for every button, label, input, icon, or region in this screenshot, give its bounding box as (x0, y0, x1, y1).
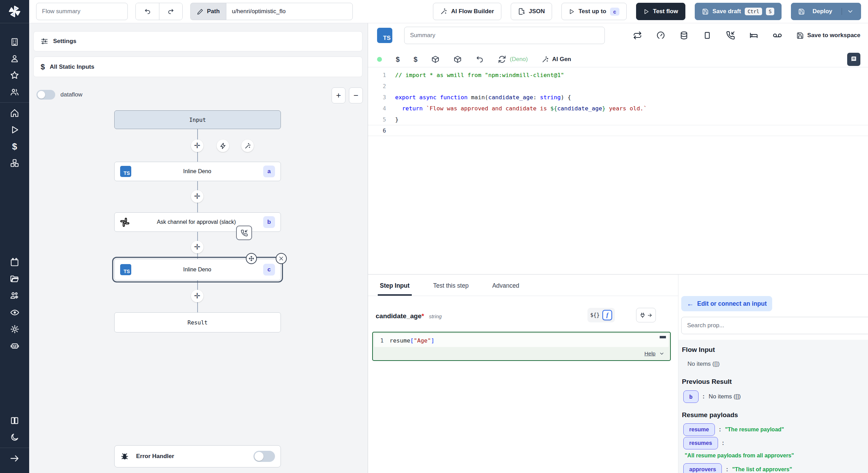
windmill-logo[interactable] (0, 0, 29, 23)
undo-button[interactable] (136, 3, 159, 20)
approvers-prop-pill[interactable]: approvers (683, 463, 722, 473)
test-up-to-button[interactable]: Test up to c (561, 3, 626, 20)
package-icon[interactable] (431, 55, 440, 64)
add-step-button-1[interactable]: ✛ (191, 140, 203, 152)
save-to-workspace-button[interactable]: Save to workspace (796, 32, 860, 39)
mock-voicemail-icon[interactable] (773, 31, 782, 40)
error-handler-node[interactable]: Error Handler (114, 445, 281, 467)
input-mode-toggle: ${} f (587, 308, 615, 322)
delete-node-button[interactable] (276, 253, 287, 264)
code-line[interactable]: 1// import * as wmill from "npm:windmill… (368, 69, 868, 81)
test-flow-button[interactable]: Test flow (636, 3, 685, 20)
sliders-icon (41, 37, 48, 45)
code-line[interactable]: 5} (368, 114, 868, 125)
suspend-phone-icon[interactable] (726, 31, 735, 40)
add-step-button-4[interactable]: ✛ (191, 290, 203, 302)
resumes-prop-pill[interactable]: resumes (683, 437, 718, 449)
flow-node-input[interactable]: Input (114, 110, 281, 129)
flow-node-c-selected[interactable]: TS Inline Deno c (114, 259, 281, 280)
move-node-button[interactable] (246, 253, 257, 264)
connect-input-button[interactable] (636, 308, 656, 322)
code-line[interactable]: 2 (368, 81, 868, 92)
json-button[interactable]: JSON (511, 3, 552, 20)
expression-editor[interactable]: 1 resume["Age"] Help (372, 332, 671, 361)
early-stop-icon[interactable] (703, 31, 712, 40)
sidebar-item-resources[interactable] (0, 155, 29, 171)
save-draft-button[interactable]: Save draft Ctrl S (695, 3, 782, 20)
sidebar-item-docs[interactable] (0, 412, 29, 429)
help-link[interactable]: Help (644, 350, 656, 357)
resource-picker-icon[interactable]: $ (414, 56, 417, 64)
redo-button[interactable] (159, 3, 182, 20)
tab-test-this-step[interactable]: Test this step (431, 282, 471, 296)
flow-settings-row[interactable]: Settings (33, 31, 362, 51)
sidebar-item-settings[interactable] (0, 321, 29, 337)
sidebar-item-dark-mode[interactable] (0, 429, 29, 446)
zoom-in-button[interactable]: + (332, 87, 345, 103)
code-line[interactable]: 4 return `Flow was approved and candidat… (368, 103, 868, 114)
dataflow-toggle[interactable] (36, 90, 55, 100)
previous-result-badge[interactable]: b (683, 390, 699, 403)
add-step-button-2[interactable]: ✛ (191, 190, 203, 203)
reload-runtime-icon[interactable] (498, 55, 506, 64)
flow-node-b[interactable]: Ask channel for approval (slack) b (114, 212, 281, 232)
tab-advanced[interactable]: Advanced (490, 282, 521, 296)
sidebar-item-workers[interactable] (0, 287, 29, 304)
ai-gen-button[interactable]: AI Gen (542, 56, 571, 63)
flow-summary-input[interactable] (36, 3, 128, 20)
approvers-desc: "The list of approvers" (732, 466, 792, 473)
add-step-button-3[interactable]: ✛ (191, 241, 203, 253)
sleep-bed-icon[interactable] (749, 31, 758, 40)
sidebar-item-workspace[interactable] (0, 34, 29, 50)
step-editor-header: TS Save to workspace (368, 23, 868, 48)
sidebar-expand-button[interactable] (0, 450, 29, 467)
code-editor[interactable]: 1// import * as wmill from "npm:windmill… (368, 67, 868, 274)
package-icon[interactable] (453, 55, 462, 64)
deploy-more-button[interactable] (842, 8, 854, 15)
all-static-inputs-row[interactable]: $ All Static Inputs (33, 57, 362, 77)
edit-or-connect-button[interactable]: ← Edit or connect an input (681, 296, 772, 311)
cache-database-icon[interactable] (679, 31, 688, 40)
reset-icon[interactable] (476, 55, 484, 64)
expression-line[interactable]: 1 resume["Age"] (374, 334, 669, 347)
sidebar-item-schedules[interactable] (0, 254, 29, 271)
flow-node-result[interactable]: Result (114, 312, 281, 332)
library-docs-button[interactable] (847, 53, 860, 66)
tab-step-input[interactable]: Step Input (378, 282, 412, 296)
code-lines: 1// import * as wmill from "npm:windmill… (368, 67, 868, 136)
sidebar-item-favorites[interactable] (0, 67, 29, 84)
variable-picker-icon[interactable]: $ (396, 56, 400, 64)
add-trigger-button[interactable] (217, 140, 229, 152)
error-handler-toggle[interactable] (253, 451, 275, 462)
code-line[interactable]: 3export async function main(candidate_ag… (368, 92, 868, 103)
expression-mode-button[interactable]: f (602, 310, 612, 320)
sidebar-item-variables[interactable]: $ (0, 138, 29, 155)
template-mode-button[interactable]: ${} (590, 312, 600, 318)
sidebar-item-runs[interactable] (0, 121, 29, 138)
close-icon (278, 256, 284, 261)
sidebar-item-ai[interactable] (0, 337, 29, 354)
deploy-button[interactable]: Deploy (791, 3, 861, 20)
resume-prop-pill[interactable]: resume (683, 423, 715, 436)
calendar-icon (10, 258, 19, 267)
path-input[interactable] (226, 3, 353, 20)
sidebar-item-audit-logs[interactable] (0, 304, 29, 321)
step-summary-input[interactable] (404, 27, 605, 44)
zoom-out-button[interactable]: − (349, 87, 363, 103)
sidebar-item-groups[interactable] (0, 84, 29, 100)
timeout-gauge-icon[interactable] (656, 31, 665, 40)
chevron-down-icon[interactable] (659, 351, 665, 356)
typescript-icon: TS (377, 28, 392, 43)
prop-search-input[interactable] (681, 317, 868, 334)
sidebar-item-user[interactable] (0, 50, 29, 67)
sidebar-item-home[interactable] (0, 105, 29, 121)
sidebar-item-folders[interactable] (0, 271, 29, 287)
code-line[interactable]: 6 (368, 125, 868, 136)
plus-icon: ✛ (194, 142, 200, 150)
ai-flow-builder-button[interactable]: AI Flow Builder (433, 3, 501, 20)
retry-icon[interactable] (633, 31, 642, 40)
expression-line-number: 1 (374, 337, 390, 344)
ai-add-step-button[interactable] (241, 140, 254, 152)
path-chip[interactable]: Path (190, 3, 226, 20)
flow-node-a[interactable]: TS Inline Deno a (114, 162, 281, 181)
